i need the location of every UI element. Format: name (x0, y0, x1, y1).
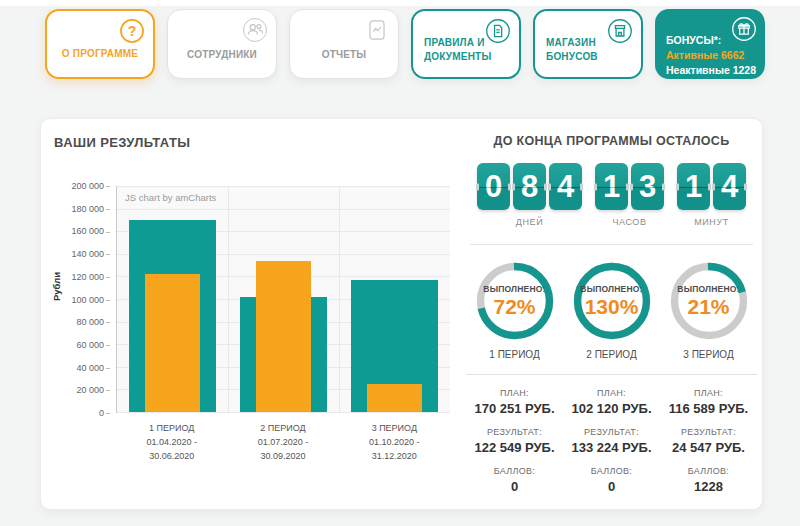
clock-unit-label: МИНУТ (694, 217, 729, 227)
dashboard-card: ВАШИ РЕЗУЛЬТАТЫ Рубли 020 00040 00060 00… (40, 118, 763, 510)
people-icon (242, 17, 268, 43)
nav-card-shop[interactable]: МАГАЗИН БОНУСОВ (533, 9, 643, 79)
nav-card-rules[interactable]: ПРАВИЛА И ДОКУМЕНТЫ (411, 9, 521, 79)
period-label: 2 ПЕРИОД (586, 349, 636, 360)
percent-value: 130% (585, 295, 639, 319)
flip-digit: 4 (713, 163, 746, 210)
period-label: 1 ПЕРИОД (489, 349, 539, 360)
clock-unit-label: ДНЕЙ (516, 217, 543, 227)
bar-series1-period3[interactable] (367, 384, 422, 412)
result-value: 122 549 РУБ. (466, 440, 563, 455)
progress-rings: ВЫПОЛНЕНО: 72% 1 ПЕРИОД ВЫПОЛНЕНО: 130% (464, 262, 759, 360)
y-tick-label: 40 000 (76, 363, 110, 373)
gridline-vertical (339, 186, 340, 412)
clock-group: 084ДНЕЙ (477, 163, 582, 227)
points-label: БАЛЛОВ: (466, 466, 563, 476)
y-tick-label: 80 000 (76, 317, 110, 327)
result-value: 133 224 РУБ. (563, 440, 660, 455)
y-tick-label: 120 000 (71, 272, 110, 282)
done-label: ВЫПОЛНЕНО: (677, 284, 739, 294)
bar-series1-period2[interactable] (256, 261, 311, 412)
stats-period-1: ПЛАН: 170 251 РУБ. РЕЗУЛЬТАТ: 122 549 РУ… (466, 374, 563, 505)
chart-plot: JS chart by amCharts (116, 186, 450, 413)
x-category-label: 3 ПЕРИОД01.10.2020 -31.12.2020 (339, 422, 450, 464)
bonuses-active-count: Активные 6662 (666, 49, 744, 61)
plan-value: 116 589 РУБ. (660, 401, 757, 416)
amcharts-credit[interactable]: JS chart by amCharts (125, 192, 216, 203)
flip-digit: 4 (549, 163, 582, 210)
bonuses-title: БОНУСЫ*: (666, 34, 721, 46)
clock-unit-label: ЧАСОВ (612, 217, 646, 227)
flip-digit: 1 (677, 163, 710, 210)
stats-period-3: ПЛАН: 116 589 РУБ. РЕЗУЛЬТАТ: 24 547 РУБ… (660, 374, 757, 505)
gridline (117, 209, 450, 210)
plan-label: ПЛАН: (563, 388, 660, 398)
progress-ring-period-2: ВЫПОЛНЕНО: 130% 2 ПЕРИОД (563, 262, 660, 360)
y-tick-label: 160 000 (71, 226, 110, 236)
gridline (117, 186, 450, 187)
y-tick-label: 140 000 (71, 249, 110, 259)
points-value: 0 (563, 479, 660, 494)
period-label: 3 ПЕРИОД (683, 349, 733, 360)
nav-card-reports[interactable]: ОТЧЕТЫ (289, 9, 399, 79)
nav-card-employees[interactable]: СОТРУДНИКИ (167, 9, 277, 79)
countdown-title: ДО КОНЦА ПРОГРАММЫ ОСТАЛОСЬ (464, 134, 759, 148)
percent-value: 21% (687, 295, 729, 319)
gridline-vertical (228, 186, 229, 412)
top-nav: ? О ПРОГРАММЕ СОТРУДНИКИ ОТЧЕТЫ (45, 9, 765, 79)
chart-y-axis: 020 00040 00060 00080 000100 000120 0001… (54, 186, 116, 413)
result-label: РЕЗУЛЬТАТ: (660, 427, 757, 437)
gridline (117, 412, 450, 413)
nav-card-bonuses[interactable]: БОНУСЫ*: Активные 6662 Неактивные 1228 (655, 9, 765, 79)
y-tick-label: 20 000 (76, 385, 110, 395)
plan-label: ПЛАН: (466, 388, 563, 398)
points-label: БАЛЛОВ: (563, 466, 660, 476)
nav-label-reports: ОТЧЕТЫ (294, 48, 394, 62)
plan-label: ПЛАН: (660, 388, 757, 398)
nav-label-employees: СОТРУДНИКИ (172, 48, 272, 62)
results-panel: ВАШИ РЕЗУЛЬТАТЫ Рубли 020 00040 00060 00… (41, 119, 450, 509)
result-label: РЕЗУЛЬТАТ: (563, 427, 660, 437)
flip-digit: 3 (631, 163, 664, 210)
bonuses-inactive-count: Неактивные 1228 (666, 64, 756, 76)
question-icon: ? (119, 18, 145, 44)
horizontal-divider (470, 244, 753, 245)
period-stats: ПЛАН: 170 251 РУБ. РЕЗУЛЬТАТ: 122 549 РУ… (464, 374, 759, 505)
y-tick-label: 0 (99, 408, 110, 418)
progress-ring-period-1: ВЫПОЛНЕНО: 72% 1 ПЕРИОД (466, 262, 563, 360)
nav-label-shop: МАГАЗИН БОНУСОВ (546, 36, 633, 63)
points-value: 0 (466, 479, 563, 494)
countdown-clock: 084ДНЕЙ13ЧАСОВ14МИНУТ (464, 163, 759, 227)
plan-value: 170 251 РУБ. (466, 401, 563, 416)
stats-period-2: ПЛАН: 102 120 РУБ. РЕЗУЛЬТАТ: 133 224 РУ… (563, 374, 660, 505)
progress-ring-period-3: ВЫПОЛНЕНО: 21% 3 ПЕРИОД (660, 262, 757, 360)
program-status-panel: ДО КОНЦА ПРОГРАММЫ ОСТАЛОСЬ 084ДНЕЙ13ЧАС… (450, 119, 773, 509)
report-icon (364, 17, 390, 43)
results-title: ВАШИ РЕЗУЛЬТАТЫ (54, 135, 450, 150)
clock-group: 13ЧАСОВ (595, 163, 664, 227)
x-category-label: 2 ПЕРИОД01.07.2020 -30.09.2020 (227, 422, 338, 464)
plan-value: 102 120 РУБ. (563, 401, 660, 416)
percent-value: 72% (493, 295, 535, 319)
results-bar-chart: Рубли 020 00040 00060 00080 000100 00012… (54, 186, 450, 413)
y-tick-label: 100 000 (71, 295, 110, 305)
y-tick-label: 180 000 (71, 204, 110, 214)
y-tick-label: 60 000 (76, 340, 110, 350)
flip-digit: 1 (595, 163, 628, 210)
y-tick-label: 200 000 (71, 181, 110, 191)
clock-group: 14МИНУТ (677, 163, 746, 227)
result-label: РЕЗУЛЬТАТ: (466, 427, 563, 437)
points-label: БАЛЛОВ: (660, 466, 757, 476)
nav-label-rules: ПРАВИЛА И ДОКУМЕНТЫ (424, 36, 511, 63)
nav-card-about[interactable]: ? О ПРОГРАММЕ (45, 9, 155, 79)
flip-digit: 8 (513, 163, 546, 210)
bar-series1-period1[interactable] (145, 274, 200, 412)
x-category-label: 1 ПЕРИОД01.04.2020 -30.06.2020 (116, 422, 227, 464)
chart-x-labels: 1 ПЕРИОД01.04.2020 -30.06.20202 ПЕРИОД01… (116, 422, 450, 464)
result-value: 24 547 РУБ. (660, 440, 757, 455)
done-label: ВЫПОЛНЕНО: (580, 284, 642, 294)
done-label: ВЫПОЛНЕНО: (483, 284, 545, 294)
flip-digit: 0 (477, 163, 510, 210)
points-value: 1228 (660, 479, 757, 494)
svg-text:?: ? (128, 23, 137, 39)
